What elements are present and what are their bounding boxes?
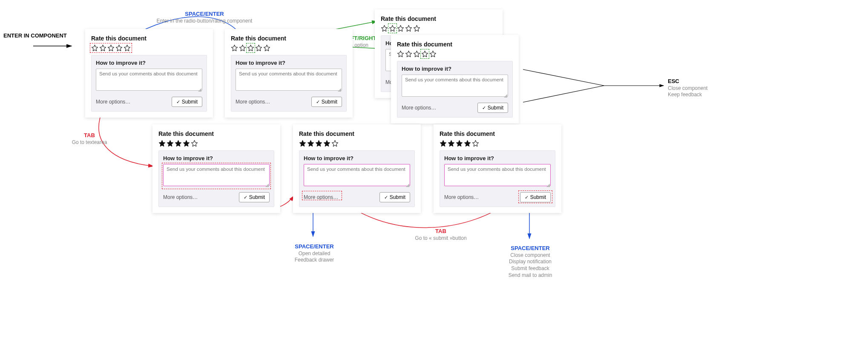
star-icon[interactable]: [429, 50, 437, 58]
card-state-arrow-right: Rate this document How to improve it? Mo…: [391, 35, 519, 124]
submit-button[interactable]: ✓Submit: [239, 192, 270, 202]
card-title: Rate this document: [158, 130, 274, 137]
star-icon[interactable]: [448, 140, 455, 147]
card-state-initial: Rate this document How to improve it? Mo…: [85, 29, 213, 118]
star-rating[interactable]: [440, 140, 555, 147]
anno-se-final-d2: Display notification: [498, 259, 562, 265]
anno-tab-submit-key: TAB: [405, 228, 477, 235]
anno-esc-d1: Close component: [668, 85, 719, 92]
submit-label: Submit: [249, 194, 265, 200]
improve-title: How to improve it?: [163, 155, 270, 161]
star-icon[interactable]: [456, 140, 463, 147]
star-icon[interactable]: [323, 140, 331, 147]
more-options-link[interactable]: More options…: [236, 99, 270, 105]
star-icon[interactable]: [315, 140, 322, 147]
anno-se-drawer-d1: Open detailed: [285, 250, 344, 257]
improve-title: How to improve it?: [444, 155, 551, 161]
comments-textarea[interactable]: [402, 75, 508, 97]
submit-button[interactable]: ✓Submit: [477, 103, 508, 113]
star-icon[interactable]: [247, 44, 254, 52]
submit-button[interactable]: ✓Submit: [311, 97, 342, 107]
card-state-submit-focused: Rate this document How to improve it? Mo…: [434, 124, 561, 213]
anno-se-final-d1: Close component: [498, 252, 562, 259]
star-icon[interactable]: [91, 44, 98, 52]
anno-se-drawer-key: SPACE/ENTER: [285, 243, 344, 250]
submit-label: Submit: [390, 194, 405, 200]
star-icon[interactable]: [381, 25, 388, 32]
star-icon[interactable]: [158, 140, 166, 147]
star-icon[interactable]: [239, 44, 246, 52]
comments-textarea[interactable]: [163, 164, 270, 186]
card-title: Rate this document: [397, 41, 513, 48]
star-rating[interactable]: [158, 140, 274, 147]
star-rating[interactable]: [299, 140, 415, 147]
comments-textarea[interactable]: [304, 164, 410, 186]
star-icon[interactable]: [464, 140, 471, 147]
submit-label: Submit: [182, 99, 198, 105]
star-icon[interactable]: [299, 140, 306, 147]
star-icon[interactable]: [413, 25, 420, 32]
star-icon[interactable]: [413, 50, 420, 58]
star-icon[interactable]: [167, 140, 174, 147]
comments-textarea[interactable]: [96, 69, 202, 91]
star-icon[interactable]: [175, 140, 182, 147]
anno-se-final-key: SPACE/ENTER: [498, 245, 562, 252]
check-icon: ✓: [525, 195, 529, 200]
star-icon[interactable]: [405, 50, 412, 58]
card-title: Rate this document: [381, 15, 497, 22]
anno-esc-key: ESC: [668, 78, 719, 85]
improve-panel: How to improve it? More options… ✓Submit: [158, 150, 274, 207]
star-icon[interactable]: [397, 50, 404, 58]
more-options-link[interactable]: More options…: [96, 99, 130, 105]
star-icon[interactable]: [263, 44, 270, 52]
star-rating[interactable]: [381, 25, 497, 32]
check-icon: ✓: [482, 105, 486, 111]
star-icon[interactable]: [307, 140, 314, 147]
anno-esc-d2: Keep feedback: [668, 92, 719, 98]
more-options-link[interactable]: More options…: [163, 194, 198, 200]
star-icon[interactable]: [107, 44, 115, 52]
star-icon[interactable]: [124, 44, 131, 52]
improve-title: How to improve it?: [96, 60, 202, 66]
card-state-star-focused: Rate this document How to improve it? Mo…: [225, 29, 353, 118]
comments-textarea[interactable]: [444, 164, 551, 186]
star-icon[interactable]: [115, 44, 123, 52]
svg-line-4: [523, 86, 604, 102]
anno-se-final-d4: Send mail to admin: [498, 272, 562, 279]
star-rating[interactable]: [231, 44, 347, 52]
anno-se-drawer-d2: Feedback drawer: [285, 257, 344, 264]
comments-textarea[interactable]: [236, 69, 342, 91]
star-icon[interactable]: [191, 140, 198, 147]
more-options-link[interactable]: More options…: [444, 194, 479, 200]
star-icon[interactable]: [397, 25, 404, 32]
improve-panel: How to improve it? More options… ✓Submit: [299, 150, 415, 207]
star-icon[interactable]: [231, 44, 238, 52]
star-icon[interactable]: [331, 140, 339, 147]
improve-title: How to improve it?: [402, 66, 508, 72]
submit-button[interactable]: ✓Submit: [379, 192, 410, 202]
star-icon[interactable]: [421, 50, 428, 58]
card-title: Rate this document: [440, 130, 555, 137]
anno-tab-ta-desc: Go to textearea: [66, 139, 113, 146]
check-icon: ✓: [384, 195, 388, 200]
improve-title: How to improve it?: [304, 155, 410, 161]
star-icon[interactable]: [472, 140, 479, 147]
star-icon[interactable]: [440, 140, 447, 147]
anno-se-final-d3: Submit feedback: [498, 265, 562, 272]
submit-label: Submit: [488, 105, 503, 111]
svg-line-3: [523, 69, 604, 86]
star-icon[interactable]: [99, 44, 106, 52]
submit-button[interactable]: ✓Submit: [172, 97, 202, 107]
star-icon[interactable]: [405, 25, 412, 32]
submit-button[interactable]: ✓Submit: [520, 192, 551, 202]
more-options-link[interactable]: More options…: [402, 105, 436, 111]
anno-tab-ta-key: TAB: [66, 132, 113, 139]
card-title: Rate this document: [231, 35, 347, 42]
star-rating[interactable]: [91, 44, 207, 52]
more-options-link[interactable]: More options…: [304, 194, 338, 200]
star-icon[interactable]: [389, 25, 396, 32]
star-icon[interactable]: [183, 140, 190, 147]
submit-label: Submit: [530, 194, 546, 200]
star-icon[interactable]: [255, 44, 262, 52]
star-rating[interactable]: [397, 50, 513, 58]
